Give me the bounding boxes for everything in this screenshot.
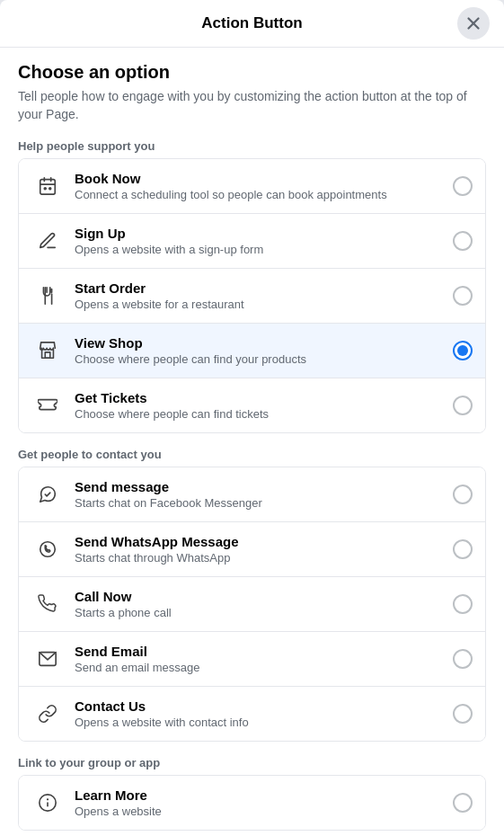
calendar-icon [31, 170, 64, 202]
option-title: Get Tickets [75, 390, 453, 405]
option-text-view-shop: View Shop Choose where people can find y… [75, 335, 453, 366]
option-subtitle: Opens a website for a restaurant [75, 298, 453, 311]
radio-book-now[interactable] [453, 176, 473, 196]
option-sign-up[interactable]: Sign Up Opens a website with a sign-up f… [19, 214, 485, 269]
option-send-message[interactable]: Send message Starts chat on Facebook Mes… [19, 467, 485, 522]
modal-title: Action Button [201, 14, 302, 32]
option-learn-more[interactable]: Learn More Opens a website [19, 776, 485, 830]
modal-body: Choose an option Tell people how to enga… [0, 48, 504, 836]
option-send-email[interactable]: Send Email Send an email message [19, 632, 485, 687]
section-description: Tell people how to engage with you by cu… [18, 88, 486, 123]
option-title: Start Order [75, 280, 453, 296]
radio-view-shop[interactable] [453, 341, 473, 360]
close-button[interactable] [457, 7, 490, 40]
option-subtitle: Opens a website with a sign-up form [75, 243, 453, 256]
option-text-send-message: Send message Starts chat on Facebook Mes… [75, 479, 453, 510]
options-group-app: Learn More Opens a website [18, 775, 486, 831]
option-start-order[interactable]: Start Order Opens a website for a restau… [19, 269, 485, 324]
option-get-tickets[interactable]: Get Tickets Choose where people can find… [19, 378, 485, 432]
option-title: Send Email [75, 644, 453, 659]
email-icon [31, 643, 64, 675]
option-title: Book Now [75, 171, 453, 186]
option-subtitle: Starts chat on Facebook Messenger [75, 496, 453, 510]
option-text-call-now: Call Now Starts a phone call [75, 589, 453, 619]
option-text-get-tickets: Get Tickets Choose where people can find… [75, 390, 453, 421]
section-heading: Choose an option [18, 62, 486, 83]
options-group-support: Book Now Connect a scheduling tool so pe… [18, 158, 486, 433]
option-subtitle: Choose where people can find your produc… [75, 352, 453, 366]
pen-icon [31, 225, 64, 257]
group-label-group-app: Link to your group or app [18, 756, 486, 769]
link-icon [31, 698, 64, 730]
group-label-support: Help people support you [18, 139, 486, 153]
option-subtitle: Choose where people can find tickets [75, 407, 453, 421]
option-book-now[interactable]: Book Now Connect a scheduling tool so pe… [19, 159, 485, 214]
option-text-learn-more: Learn More Opens a website [75, 787, 453, 818]
svg-rect-11 [45, 352, 50, 358]
option-text-contact-us: Contact Us Opens a website with contact … [75, 698, 453, 729]
option-text-send-whatsapp: Send WhatsApp Message Starts chat throug… [75, 534, 453, 565]
option-title: Contact Us [75, 698, 453, 714]
radio-sign-up[interactable] [453, 231, 473, 251]
whatsapp-icon [31, 533, 64, 565]
option-title: Send WhatsApp Message [75, 534, 453, 549]
radio-send-message[interactable] [453, 485, 473, 504]
info-icon [31, 787, 64, 819]
options-group-contact: Send message Starts chat on Facebook Mes… [18, 467, 486, 742]
option-call-now[interactable]: Call Now Starts a phone call [19, 577, 485, 632]
ticket-icon [31, 389, 64, 422]
svg-point-7 [49, 188, 51, 190]
radio-get-tickets[interactable] [453, 396, 473, 415]
option-subtitle: Send an email message [75, 661, 453, 674]
option-text-start-order: Start Order Opens a website for a restau… [75, 280, 453, 311]
option-subtitle: Starts chat through WhatsApp [75, 551, 453, 565]
option-view-shop[interactable]: View Shop Choose where people can find y… [19, 324, 485, 378]
svg-rect-2 [40, 180, 56, 195]
option-contact-us[interactable]: Contact Us Opens a website with contact … [19, 687, 485, 741]
shop-icon [31, 334, 64, 367]
action-button-modal: Action Button Choose an option Tell peop… [0, 0, 504, 836]
option-subtitle: Connect a scheduling tool so people can … [75, 188, 453, 201]
option-subtitle: Starts a phone call [75, 606, 453, 619]
messenger-icon [31, 478, 64, 511]
option-send-whatsapp[interactable]: Send WhatsApp Message Starts chat throug… [19, 522, 485, 577]
radio-send-email[interactable] [453, 649, 473, 669]
option-text-send-email: Send Email Send an email message [75, 644, 453, 674]
option-subtitle: Opens a website [75, 805, 453, 818]
option-subtitle: Opens a website with contact info [75, 716, 453, 729]
svg-point-6 [44, 188, 46, 190]
option-title: Sign Up [75, 226, 453, 241]
radio-send-whatsapp[interactable] [453, 539, 473, 559]
modal-header: Action Button [0, 0, 504, 48]
fork-knife-icon [31, 280, 64, 312]
radio-learn-more[interactable] [453, 793, 473, 813]
option-title: Send message [75, 479, 453, 494]
option-title: Learn More [75, 787, 453, 803]
option-text-sign-up: Sign Up Opens a website with a sign-up f… [75, 226, 453, 256]
group-label-contact: Get people to contact you [18, 448, 486, 461]
option-text-book-now: Book Now Connect a scheduling tool so pe… [75, 171, 453, 201]
radio-call-now[interactable] [453, 594, 473, 614]
radio-contact-us[interactable] [453, 704, 473, 724]
phone-icon [31, 588, 64, 620]
option-title: Call Now [75, 589, 453, 604]
option-title: View Shop [75, 335, 453, 351]
radio-start-order[interactable] [453, 286, 473, 306]
